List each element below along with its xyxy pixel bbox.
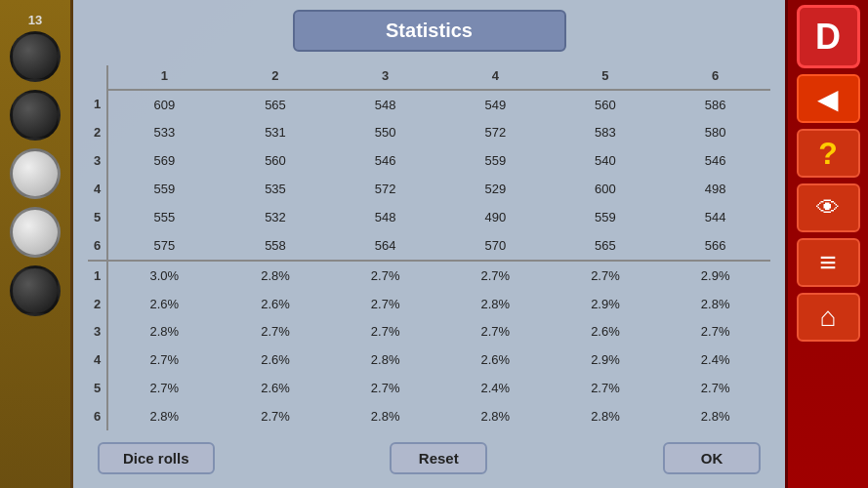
table-row: 5555532548490559544 [88,203,770,231]
table-cell: 2.7% [221,318,331,346]
help-button[interactable]: ? [797,129,860,178]
home-button[interactable]: ⌂ [797,293,860,342]
table-cell: 580 [660,119,770,147]
table-cell: 544 [660,203,770,231]
table-cell: 565 [221,90,331,119]
table-cell: 2.8% [107,402,221,430]
list-button[interactable]: ≡ [797,238,860,287]
row-header: 1 [88,90,107,119]
table-cell: 586 [660,90,770,119]
row-header: 4 [88,346,107,375]
table-cell: 559 [440,147,551,176]
back-button[interactable]: ◀ [797,74,860,123]
row-header: 3 [88,318,107,346]
table-cell: 2.7% [440,261,551,290]
table-cell: 2.6% [221,346,331,375]
table-row: 6575558564570565566 [88,231,770,261]
checker-piece [10,90,61,141]
table-cell: 2.9% [551,346,661,375]
table-cell: 2.7% [107,374,221,402]
checker-piece [10,31,61,82]
dice-display: D [797,5,860,68]
table-cell: 2.6% [107,290,221,318]
checker-piece [10,148,61,199]
col-header-2: 2 [221,65,331,90]
table-cell: 572 [440,119,551,147]
table-cell: 2.8% [660,290,770,318]
table-cell: 583 [551,119,661,147]
table-cell: 572 [330,176,440,204]
row-header: 6 [88,231,107,261]
left-sidebar: 13 [0,0,73,488]
right-sidebar: D ◀ ? 👁 ≡ ⌂ [785,0,868,488]
table-cell: 2.6% [551,318,661,346]
table-cell: 2.8% [660,402,770,430]
table-cell: 2.7% [551,261,661,290]
eye-button[interactable]: 👁 [797,183,860,232]
table-cell: 2.8% [330,346,440,375]
table-cell: 548 [330,203,440,231]
ok-button[interactable]: OK [663,442,761,474]
table-cell: 566 [660,231,770,261]
percentages-section: 13.0%2.8%2.7%2.7%2.7%2.9%22.6%2.6%2.7%2.… [88,261,770,430]
statistics-modal: Statistics ✕ 1 2 3 4 5 6 160956554854956… [73,0,785,488]
table-cell: 560 [221,147,331,176]
checker-piece [10,265,61,316]
col-header-1: 1 [107,65,221,90]
table-cell: 498 [660,176,770,204]
table-cell: 531 [221,119,331,147]
table-cell: 2.8% [440,402,551,430]
table-cell: 533 [107,119,221,147]
table-cell: 532 [221,203,331,231]
row-header: 1 [88,261,107,290]
table-cell: 609 [107,90,221,119]
table-cell: 2.7% [660,374,770,402]
table-cell: 548 [330,90,440,119]
table-cell: 2.7% [221,402,331,430]
table-cell: 2.6% [221,290,331,318]
modal-title-bar: Statistics [293,10,566,52]
table-cell: 569 [107,147,221,176]
table-cell: 565 [551,231,661,261]
table-cell: 535 [221,176,331,204]
table-cell: 2.7% [330,290,440,318]
counts-section: 1609565548549560586253353155057258358035… [88,90,770,261]
statistics-table: 1 2 3 4 5 6 1609565548549560586253353155… [88,65,770,430]
table-cell: 2.9% [660,261,770,290]
table-cell: 550 [330,119,440,147]
table-cell: 2.4% [440,374,551,402]
table-row: 52.7%2.6%2.7%2.4%2.7%2.7% [88,374,770,402]
table-cell: 570 [440,231,551,261]
table-cell: 546 [660,147,770,176]
column-header-row: 1 2 3 4 5 6 [88,65,770,90]
table-row: 4559535572529600498 [88,176,770,204]
modal-title: Statistics [386,20,473,41]
table-cell: 2.9% [551,290,661,318]
table-cell: 559 [107,176,221,204]
table-cell: 564 [330,231,440,261]
table-cell: 600 [551,176,661,204]
table-cell: 2.8% [551,402,661,430]
dice-rolls-button[interactable]: Dice rolls [98,442,215,474]
table-cell: 2.7% [107,346,221,375]
checker-piece [10,207,61,258]
table-cell: 2.8% [221,261,331,290]
table-cell: 555 [107,203,221,231]
table-cell: 549 [440,90,551,119]
col-header-5: 5 [551,65,661,90]
table-cell: 3.0% [107,261,221,290]
table-cell: 2.6% [440,346,551,375]
table-cell: 559 [551,203,661,231]
table-cell: 2.8% [440,290,551,318]
table-cell: 560 [551,90,661,119]
reset-button[interactable]: Reset [390,442,487,474]
table-row: 1609565548549560586 [88,90,770,119]
col-header-4: 4 [440,65,551,90]
row-header: 3 [88,147,107,176]
table-cell: 2.7% [440,318,551,346]
table-cell: 2.8% [330,402,440,430]
table-cell: 575 [107,231,221,261]
table-cell: 529 [440,176,551,204]
row-header: 2 [88,119,107,147]
table-cell: 558 [221,231,331,261]
